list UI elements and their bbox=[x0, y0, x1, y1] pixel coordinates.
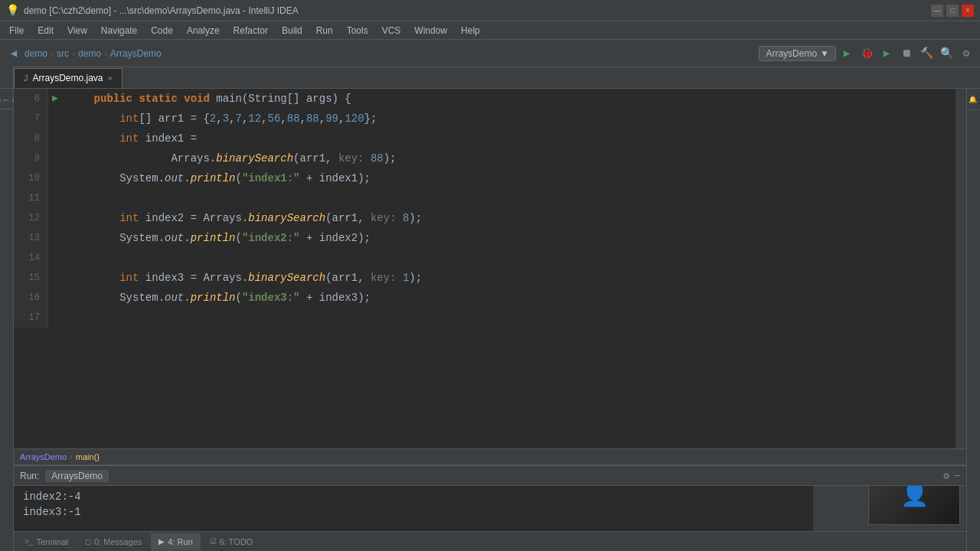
debug-button[interactable]: 🐞 bbox=[859, 46, 874, 61]
build-button[interactable]: 🔨 bbox=[919, 46, 934, 61]
back-button[interactable]: ◀ bbox=[6, 46, 21, 61]
run-minimize-icon[interactable]: — bbox=[954, 470, 960, 482]
run-panel-header: Run: ArraysDemo ⚙ — bbox=[14, 466, 966, 486]
run-panel-side: 👤 bbox=[813, 486, 966, 531]
tab-todo[interactable]: ☑ 6: TODO bbox=[202, 533, 261, 550]
breadcrumb-method[interactable]: main() bbox=[76, 452, 100, 461]
line-num-17: 17 bbox=[14, 308, 48, 328]
code-line-11: 11 bbox=[14, 188, 956, 208]
code-line-8: 8 int index1 = bbox=[14, 129, 956, 148]
todo-label: 6: TODO bbox=[220, 537, 253, 546]
menu-refactor[interactable]: Refactor bbox=[227, 24, 274, 37]
run-output: index2:-4 index3:-1 bbox=[14, 486, 813, 531]
title-bar-left: 💡 demo [C:\czh2\demo] - ...\src\demo\Arr… bbox=[6, 4, 299, 17]
breadcrumb-class[interactable]: ArraysDemo bbox=[20, 452, 67, 461]
run-restart-icon[interactable]: ⚙ bbox=[943, 470, 949, 482]
breadcrumb-classname[interactable]: ArraysDemo bbox=[110, 48, 162, 59]
title-bar-controls[interactable]: — □ × bbox=[931, 5, 974, 17]
breadcrumb-src[interactable]: src bbox=[57, 48, 69, 59]
coverage-button[interactable]: ▶ bbox=[879, 46, 894, 61]
menu-vcs[interactable]: VCS bbox=[376, 24, 407, 37]
breadcrumb-sep: › bbox=[70, 452, 73, 461]
code-line-13: 13 System.out.println("index2:" + index2… bbox=[14, 228, 956, 248]
code-line-17: 17 bbox=[14, 308, 956, 328]
toolbar: ◀ demo › src › demo › ArraysDemo ArraysD… bbox=[0, 40, 980, 67]
editor-area: 6 ▶ public static void main(String[] arg… bbox=[14, 89, 966, 551]
code-line-10: 10 System.out.println("index1:" + index1… bbox=[14, 168, 956, 188]
menu-view[interactable]: View bbox=[61, 24, 93, 37]
menu-run[interactable]: Run bbox=[310, 24, 339, 37]
tab-arrays-demo[interactable]: J ArraysDemo.java × bbox=[14, 68, 122, 88]
menu-navigate[interactable]: Navigate bbox=[95, 24, 143, 37]
todo-icon: ☑ bbox=[210, 537, 217, 546]
maximize-button[interactable]: □ bbox=[946, 5, 959, 17]
run-gutter-11 bbox=[48, 188, 62, 208]
sidebar-notifications[interactable]: 🔔 bbox=[967, 89, 979, 110]
settings-button[interactable]: ⚙ bbox=[959, 46, 974, 61]
run-config-label: ArraysDemo bbox=[45, 470, 109, 482]
line-code-6: public static void main(String[] args) { bbox=[62, 89, 956, 109]
breadcrumb-demo2[interactable]: demo bbox=[78, 48, 101, 59]
minimize-button[interactable]: — bbox=[931, 5, 943, 17]
menu-file[interactable]: File bbox=[3, 24, 30, 37]
run-tab-label: 4: Run bbox=[168, 537, 192, 546]
breadcrumb-demo[interactable]: demo bbox=[24, 48, 47, 59]
run-gutter-6[interactable]: ▶ bbox=[48, 89, 62, 109]
tab-close-button[interactable]: × bbox=[108, 73, 113, 83]
stop-button[interactable]: ⏹ bbox=[899, 46, 914, 61]
tab-terminal[interactable]: >_ Terminal bbox=[17, 533, 76, 550]
title-bar: 💡 demo [C:\czh2\demo] - ...\src\demo\Arr… bbox=[0, 0, 980, 21]
bottom-tabs: >_ Terminal ◻ 0: Messages ▶ 4: Run ☑ 6: … bbox=[14, 531, 966, 551]
line-num-12: 12 bbox=[14, 208, 48, 228]
messages-label: 0: Messages bbox=[94, 537, 142, 546]
output-line-2: index3:-1 bbox=[23, 504, 804, 520]
breadcrumb-sep3: › bbox=[104, 48, 107, 59]
breadcrumb-sep2: › bbox=[72, 48, 75, 59]
run-gutter-7 bbox=[48, 109, 62, 129]
code-line-14: 14 bbox=[14, 248, 956, 268]
run-button[interactable]: ▶ bbox=[839, 46, 854, 61]
menu-help[interactable]: Help bbox=[455, 24, 486, 37]
vertical-scrollbar[interactable] bbox=[956, 89, 966, 448]
line-code-15: int index3 = Arrays.binarySearch(arr1, k… bbox=[62, 268, 956, 288]
tab-run[interactable]: ▶ 4: Run bbox=[151, 533, 200, 550]
line-num-6: 6 bbox=[14, 89, 48, 109]
menu-code[interactable]: Code bbox=[145, 24, 179, 37]
line-num-16: 16 bbox=[14, 288, 48, 308]
menu-tools[interactable]: Tools bbox=[341, 24, 374, 37]
run-config-name: ArraysDemo bbox=[766, 48, 817, 59]
run-label: Run: bbox=[20, 471, 39, 481]
search-everywhere-button[interactable]: 🔍 bbox=[939, 46, 954, 61]
line-code-13: System.out.println("index2:" + index2); bbox=[62, 228, 956, 248]
run-config-selector[interactable]: ArraysDemo ▼ bbox=[759, 46, 836, 61]
run-gutter-9 bbox=[48, 148, 62, 168]
full-layout: Project 6 ▶ public static void main(Stri… bbox=[0, 89, 980, 551]
line-num-7: 7 bbox=[14, 109, 48, 129]
run-gutter-15 bbox=[48, 268, 62, 288]
tab-messages[interactable]: ◻ 0: Messages bbox=[77, 533, 149, 550]
editor-main[interactable]: 6 ▶ public static void main(String[] arg… bbox=[14, 89, 956, 448]
run-tab-icon: ▶ bbox=[158, 537, 165, 546]
title-bar-title: demo [C:\czh2\demo] - ...\src\demo\Array… bbox=[24, 5, 299, 16]
menu-edit[interactable]: Edit bbox=[31, 24, 60, 37]
line-num-10: 10 bbox=[14, 168, 48, 188]
run-gutter-8 bbox=[48, 129, 62, 148]
app-icon: 💡 bbox=[6, 4, 19, 17]
run-panel-body: index2:-4 index3:-1 👤 bbox=[14, 486, 966, 531]
output-line-1: index2:-4 bbox=[23, 489, 804, 504]
menu-build[interactable]: Build bbox=[276, 24, 309, 37]
code-line-9: 9 Arrays.binarySearch(arr1, key: 88); bbox=[14, 148, 956, 168]
line-num-15: 15 bbox=[14, 268, 48, 288]
menu-analyze[interactable]: Analyze bbox=[181, 24, 226, 37]
run-gutter-13 bbox=[48, 228, 62, 248]
menu-window[interactable]: Window bbox=[408, 24, 453, 37]
run-panel-controls: ⚙ — bbox=[943, 470, 960, 482]
close-button[interactable]: × bbox=[962, 5, 974, 17]
line-code-9: Arrays.binarySearch(arr1, key: 88); bbox=[62, 148, 956, 168]
code-line-16: 16 System.out.println("index3:" + index3… bbox=[14, 288, 956, 308]
line-code-12: int index2 = Arrays.binarySearch(arr1, k… bbox=[62, 208, 956, 228]
toolbar-breadcrumb: demo › src › demo › ArraysDemo bbox=[24, 48, 162, 59]
line-num-14: 14 bbox=[14, 248, 48, 268]
camera-face: 👤 bbox=[869, 486, 959, 524]
line-code-16: System.out.println("index3:" + index3); bbox=[62, 288, 956, 308]
